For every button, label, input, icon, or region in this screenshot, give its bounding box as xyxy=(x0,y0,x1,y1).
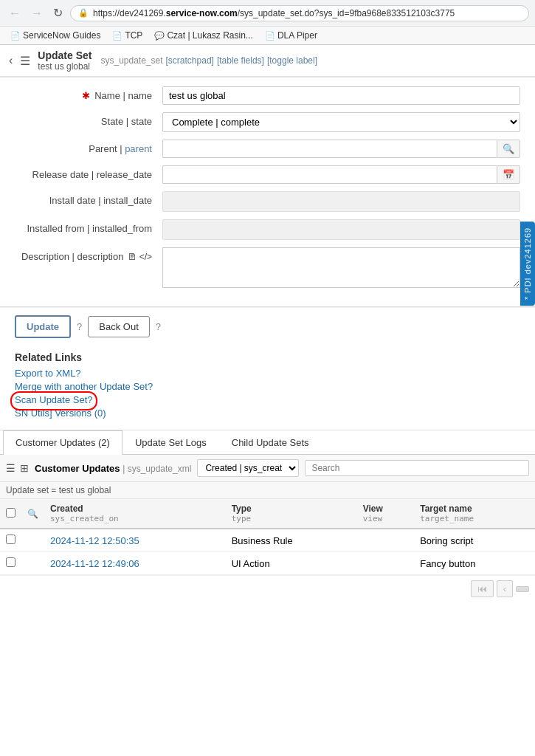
release-date-row: Release date | release_date 📅 xyxy=(15,165,520,184)
app-subtitle: test us global xyxy=(38,61,92,72)
type-col-label: Type xyxy=(232,504,252,514)
bookmark-label: TCP xyxy=(125,30,142,41)
bookmark-tcp[interactable]: 📄 TCP xyxy=(108,29,147,42)
customer-updates-table: 🔍 Created sys_created_on Type type View … xyxy=(0,499,535,575)
table-sys-name: | sys_update_xml xyxy=(122,464,191,474)
update-button[interactable]: Update xyxy=(15,315,71,338)
state-input-wrapper: Complete | complete In progress | in_pro… xyxy=(162,112,520,132)
row1-checkbox-cell xyxy=(0,529,21,552)
installed-from-label: Installed from | installed_from xyxy=(15,219,162,234)
table-title: Customer Updates | sys_update_xml xyxy=(35,463,191,474)
toolbar-icons: ☰ ⊞ xyxy=(6,462,29,474)
name-row: ✱ Name | name xyxy=(15,86,520,105)
parent-input[interactable] xyxy=(162,140,497,158)
installed-from-field xyxy=(162,219,520,240)
hamburger-menu-button[interactable]: ☰ xyxy=(18,52,32,69)
parent-search-button[interactable]: 🔍 xyxy=(497,140,520,158)
row2-target-name-cell: Fancy button xyxy=(414,552,535,575)
table-subtitle: Update set = test us global xyxy=(0,482,535,499)
reload-button[interactable]: ↻ xyxy=(50,4,66,21)
sys-table-label: sys_update_set xyxy=(100,55,162,66)
install-date-field xyxy=(162,191,520,212)
list-icon[interactable]: ☰ xyxy=(6,462,15,474)
bookmark-icon: 💬 xyxy=(154,31,165,41)
app-header: ‹ ☰ Update Set test us global sys_update… xyxy=(0,45,535,78)
browser-nav: ← → ↻ 🔒 https://dev241269.service-now.co… xyxy=(0,0,535,26)
bookmark-czat[interactable]: 💬 Czat | Lukasz Rasin... xyxy=(150,29,258,42)
install-date-input-wrapper xyxy=(162,191,520,212)
description-row: Description | description 🖹 </> xyxy=(15,247,520,290)
parent-label: Parent | parent xyxy=(15,140,162,154)
state-select[interactable]: Complete | complete In progress | in_pro… xyxy=(162,112,520,132)
table-toolbar: ☰ ⊞ Customer Updates | sys_update_xml Cr… xyxy=(0,455,535,482)
checkbox-header xyxy=(0,499,21,529)
bookmark-label: Czat | Lukasz Rasin... xyxy=(167,30,253,41)
related-links-title: Related Links xyxy=(15,351,520,363)
table-fields-link[interactable]: [table fields] xyxy=(217,55,264,66)
export-xml-link[interactable]: Export to XML? xyxy=(15,368,520,379)
forward-button[interactable]: → xyxy=(28,5,46,21)
collapse-sidebar-button[interactable]: ‹ xyxy=(9,54,13,67)
scratchpad-link[interactable]: [scratchpad] xyxy=(166,55,214,66)
target-name-col-header: Target name target_name xyxy=(414,499,535,529)
tab-customer-updates[interactable]: Customer Updates (2) xyxy=(3,430,122,455)
row2-checkbox[interactable] xyxy=(6,557,15,567)
target-name-col-label: Target name xyxy=(420,504,472,514)
form-area: ✱ Name | name State | state Complete | c… xyxy=(0,78,535,306)
release-date-calendar-button[interactable]: 📅 xyxy=(497,165,520,184)
update-help-icon[interactable]: ? xyxy=(77,321,82,332)
name-input[interactable] xyxy=(162,86,520,105)
lock-icon: 🔒 xyxy=(78,8,89,18)
select-all-checkbox[interactable] xyxy=(6,508,15,518)
description-textarea[interactable] xyxy=(162,247,520,288)
action-buttons-area: Update ? Back Out ? xyxy=(0,307,535,346)
release-date-label: Release date | release_date xyxy=(15,165,162,180)
view-field-name: view xyxy=(363,514,409,523)
back-out-button[interactable]: Back Out xyxy=(88,316,149,337)
description-editor-icon: 🖹 xyxy=(128,252,137,262)
row2-created-link[interactable]: 2024-11-12 12:49:06 xyxy=(50,558,139,569)
row2-checkbox-cell xyxy=(0,552,21,575)
bookmarks-bar: 📄 ServiceNow Guides 📄 TCP 💬 Czat | Lukas… xyxy=(0,26,535,44)
parent-field-link[interactable]: parent xyxy=(125,143,152,154)
description-label: Description | description 🖹 </> xyxy=(15,247,162,262)
row1-type-cell: Business Rule xyxy=(226,529,357,552)
state-label: State | state xyxy=(15,112,162,127)
install-date-row: Install date | install_date xyxy=(15,191,520,212)
hamburger-icon: ☰ xyxy=(20,55,30,67)
app-title-block: Update Set test us global xyxy=(38,49,92,72)
tab-update-set-logs[interactable]: Update Set Logs xyxy=(122,430,219,454)
merge-update-set-link[interactable]: Merge with another Update Set? xyxy=(15,381,520,392)
description-code-icon: </> xyxy=(139,252,152,262)
prev-page-button[interactable]: ‹ xyxy=(497,580,513,597)
row1-checkbox[interactable] xyxy=(6,535,15,544)
search-col-icon[interactable]: 🔍 xyxy=(27,509,38,519)
side-banner[interactable]: * PDI dev241269 xyxy=(520,221,535,306)
address-bar[interactable]: 🔒 https://dev241269.service-now.com/sys_… xyxy=(70,5,529,21)
table-body: 2024-11-12 12:50:35 Business Rule Boring… xyxy=(0,529,535,575)
sn-utils-versions-link[interactable]: SN Utils] Versions (0) xyxy=(15,408,520,419)
bookmark-servicenow-guides[interactable]: 📄 ServiceNow Guides xyxy=(6,29,105,42)
table-search-input[interactable] xyxy=(305,460,529,476)
tab-child-update-sets[interactable]: Child Update Sets xyxy=(219,430,322,454)
bookmark-icon: 📄 xyxy=(265,31,275,41)
filter-icon[interactable]: ⊞ xyxy=(20,462,29,474)
first-page-button[interactable]: ⏮ xyxy=(471,580,494,597)
next-page-button[interactable] xyxy=(516,586,529,592)
release-date-field-group: 📅 xyxy=(162,165,520,184)
toggle-label-link[interactable]: [toggle label] xyxy=(267,55,317,66)
back-out-help-icon[interactable]: ? xyxy=(156,321,161,332)
scan-link-wrapper: Scan Update Set? xyxy=(15,394,93,408)
row2-view-cell xyxy=(357,552,415,575)
scan-update-set-link[interactable]: Scan Update Set? xyxy=(15,394,93,405)
parent-input-wrapper: 🔍 xyxy=(162,140,520,158)
type-field-name: type xyxy=(232,514,351,523)
created-col-label: Created xyxy=(50,504,83,514)
back-button[interactable]: ← xyxy=(6,5,24,21)
release-date-input[interactable] xyxy=(162,165,497,184)
row1-created-cell: 2024-11-12 12:50:35 xyxy=(44,529,226,552)
filter-dropdown[interactable]: Created | sys_creat Name | name Type | t… xyxy=(197,459,299,477)
table-head: 🔍 Created sys_created_on Type type View … xyxy=(0,499,535,529)
row1-created-link[interactable]: 2024-11-12 12:50:35 xyxy=(50,535,139,546)
bookmark-dla-piper[interactable]: 📄 DLA Piper xyxy=(260,29,322,42)
